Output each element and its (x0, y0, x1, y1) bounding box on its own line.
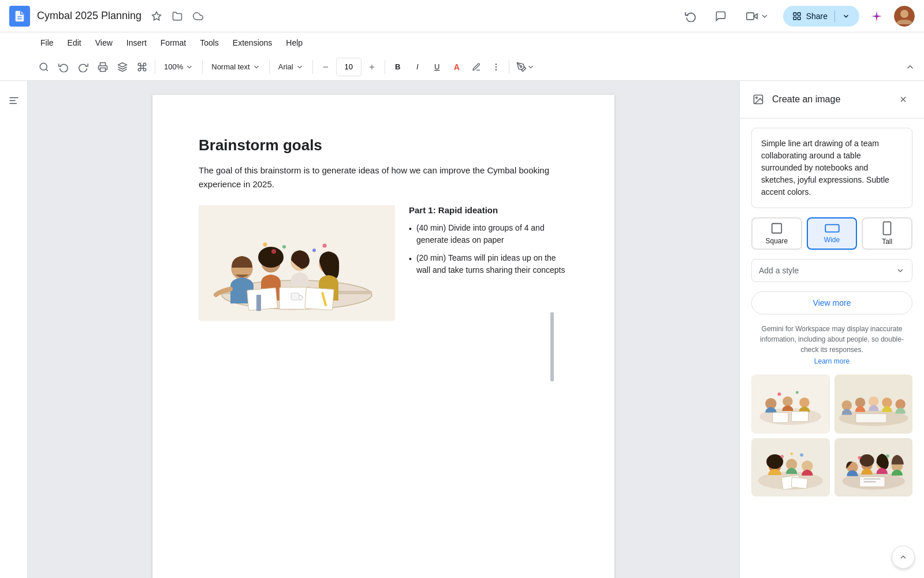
svg-rect-87 (863, 481, 875, 482)
svg-rect-5 (793, 13, 796, 16)
learn-more-link[interactable]: Learn more (751, 357, 912, 365)
generated-image-2[interactable] (834, 375, 913, 433)
svg-point-39 (282, 245, 286, 249)
header-right: Share (679, 5, 915, 28)
document-page: Brainstorm goals The goal of this brains… (152, 95, 614, 578)
font-size-input[interactable]: 10 (336, 58, 362, 76)
panel-body: Simple line art drawing of a team collab… (740, 118, 924, 578)
zoom-select[interactable]: 100% (159, 58, 199, 76)
disclaimer-text: Gemini for Workspace may display inaccur… (751, 324, 912, 355)
aspect-tall-button[interactable]: Tall (862, 217, 912, 250)
print-button[interactable] (94, 58, 112, 76)
gemini-button[interactable] (866, 6, 887, 27)
svg-rect-55 (773, 413, 788, 423)
cloud-button[interactable] (190, 8, 206, 24)
aspect-square-button[interactable]: Square (751, 217, 802, 250)
collapse-toolbar-button[interactable] (901, 58, 919, 76)
redo-button[interactable] (74, 58, 92, 76)
menu-format[interactable]: Format (155, 36, 192, 50)
highlight-button[interactable] (467, 58, 486, 76)
menu-file[interactable]: File (35, 36, 59, 50)
main-area: Brainstorm goals The goal of this brains… (0, 81, 924, 578)
bullet-1[interactable]: (40 min) Divide into groups of 4 and gen… (409, 222, 568, 246)
svg-point-58 (796, 391, 799, 394)
star-button[interactable] (148, 8, 165, 24)
outline-toggle-button[interactable] (3, 90, 24, 111)
svg-rect-8 (798, 17, 800, 20)
svg-point-82 (859, 454, 874, 466)
generated-image-4[interactable] (834, 438, 913, 497)
svg-rect-47 (772, 224, 782, 234)
svg-rect-34 (305, 287, 334, 310)
svg-point-40 (263, 243, 267, 247)
font-size-decrease-button[interactable] (316, 58, 335, 76)
svg-point-18 (495, 66, 496, 67)
more-options-button[interactable] (487, 58, 505, 76)
panel-close-button[interactable] (894, 90, 912, 109)
bold-button[interactable]: B (389, 58, 407, 76)
svg-rect-13 (100, 68, 106, 71)
part1-title[interactable]: Part 1: Rapid ideation (409, 205, 568, 215)
svg-point-11 (40, 63, 47, 70)
document-scrollbar[interactable] (550, 81, 554, 578)
svg-line-12 (46, 69, 47, 71)
document-right-content: Part 1: Rapid ideation (40 min) Divide i… (409, 205, 568, 282)
paragraph-style-select[interactable]: Normal text (206, 58, 265, 76)
svg-rect-74 (791, 477, 808, 488)
aspect-ratio-buttons: Square Wide Tall (751, 217, 912, 250)
aspect-wide-button[interactable]: Wide (807, 217, 858, 250)
panel-title: Create an image (772, 94, 887, 105)
document-scrollbar-thumb[interactable] (550, 312, 554, 381)
generated-image-3[interactable] (751, 438, 830, 497)
svg-rect-56 (792, 412, 808, 421)
menu-extensions[interactable]: Extensions (227, 36, 278, 50)
font-select[interactable]: Arial (273, 58, 309, 76)
generated-image-1[interactable] (751, 375, 830, 433)
svg-rect-36 (291, 293, 299, 300)
document-image[interactable] (199, 205, 395, 321)
document-heading[interactable]: Brainstorm goals (199, 136, 568, 154)
svg-point-76 (800, 453, 803, 457)
svg-point-29 (258, 247, 284, 268)
italic-button[interactable]: I (408, 58, 427, 76)
image-grid (751, 375, 912, 497)
svg-rect-66 (855, 414, 886, 423)
svg-point-57 (777, 392, 781, 396)
svg-rect-35 (256, 295, 261, 311)
text-color-button[interactable]: A (448, 58, 466, 76)
svg-rect-86 (863, 478, 880, 479)
menu-help[interactable]: Help (280, 36, 308, 50)
meet-button[interactable] (739, 6, 776, 27)
svg-point-17 (495, 64, 496, 64)
scroll-top-button[interactable] (892, 546, 915, 569)
share-button[interactable]: Share (783, 6, 859, 27)
svg-rect-49 (884, 222, 891, 235)
panel-header: Create an image (740, 81, 924, 118)
menu-insert[interactable]: Insert (121, 36, 152, 50)
bullet-2[interactable]: (20 min) Teams will pin ideas up on the … (409, 252, 568, 276)
paint-format-button[interactable] (133, 58, 151, 76)
user-avatar[interactable] (894, 6, 915, 27)
menu-edit[interactable]: Edit (62, 36, 87, 50)
right-panel: Create an image Simple line art drawing … (739, 81, 924, 578)
search-button[interactable] (35, 58, 53, 76)
svg-rect-6 (793, 17, 796, 20)
document-intro[interactable]: The goal of this brainstorm is to genera… (199, 164, 568, 191)
comments-button[interactable] (709, 5, 732, 28)
underline-button[interactable]: U (428, 58, 446, 76)
svg-point-75 (780, 455, 784, 458)
spelling-button[interactable] (113, 58, 132, 76)
undo-button[interactable] (54, 58, 73, 76)
menu-tools[interactable]: Tools (194, 36, 225, 50)
font-size-increase-button[interactable] (363, 58, 381, 76)
style-select[interactable]: Add a style (751, 259, 912, 282)
view-more-button[interactable]: View more (751, 291, 912, 314)
prompt-textbox[interactable]: Simple line art drawing of a team collab… (751, 128, 912, 208)
svg-marker-3 (754, 13, 757, 18)
folder-button[interactable] (169, 8, 185, 24)
pen-tool-button[interactable] (513, 58, 538, 76)
app-icon (9, 6, 30, 27)
history-button[interactable] (679, 5, 702, 28)
menu-bar: File Edit View Insert Format Tools Exten… (0, 32, 924, 53)
menu-view[interactable]: View (90, 36, 118, 50)
